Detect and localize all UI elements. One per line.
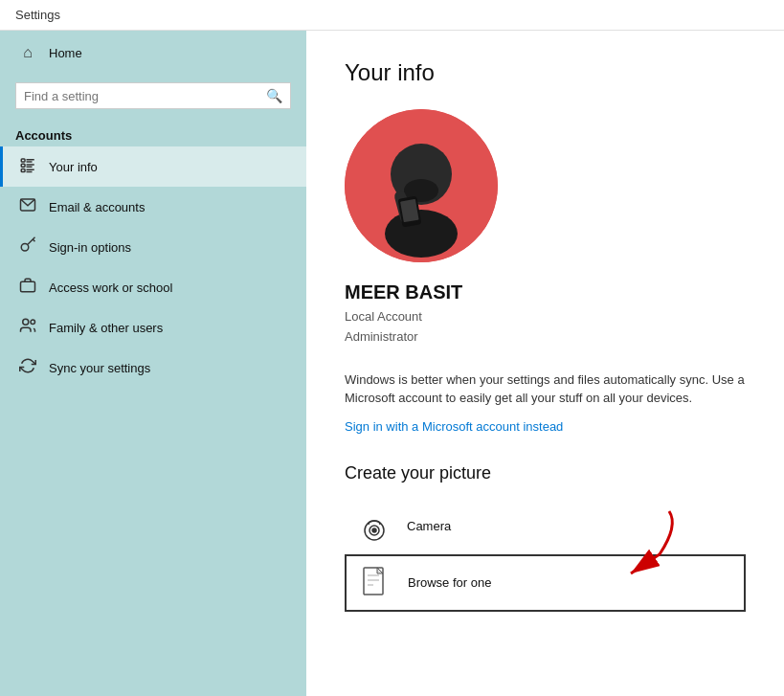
svg-point-24 (372, 528, 376, 532)
person-icon (18, 156, 37, 177)
sidebar-work-label: Access work or school (49, 281, 172, 295)
sidebar-your-info-label: Your info (49, 160, 98, 174)
browse-label: Browse for one (408, 575, 491, 590)
sidebar-email-label: Email & accounts (49, 200, 145, 214)
sidebar-sync-label: Sync your settings (49, 361, 150, 375)
create-picture-title: Create your picture (345, 463, 746, 483)
svg-rect-13 (21, 281, 35, 292)
sidebar-home-label: Home (49, 46, 82, 60)
title-bar: Settings (0, 0, 784, 31)
search-input[interactable] (24, 89, 266, 103)
svg-point-15 (31, 320, 35, 325)
sidebar-item-home[interactable]: ⌂ Home (0, 34, 306, 71)
email-icon (18, 196, 37, 217)
app-container: ⌂ Home 🔍 Accounts Your info (0, 31, 784, 696)
main-content: Your info (306, 31, 784, 696)
ms-account-link[interactable]: Sign in with a Microsoft account instead (345, 419, 563, 434)
svg-point-17 (385, 210, 458, 258)
sidebar-item-work-school[interactable]: Access work or school (0, 267, 306, 307)
sidebar-search-container: 🔍 (15, 82, 291, 109)
camera-icon (357, 509, 392, 544)
sidebar-signin-label: Sign-in options (49, 240, 131, 255)
account-type: Local Account (345, 307, 746, 327)
sidebar-section-title: Accounts (0, 121, 306, 146)
app-title: Settings (15, 8, 60, 22)
sidebar-item-sign-in[interactable]: Sign-in options (0, 227, 306, 267)
sidebar-item-sync-settings[interactable]: Sync your settings (0, 348, 306, 388)
account-role: Administrator (345, 327, 746, 348)
svg-rect-6 (21, 169, 25, 172)
arrow-indicator (573, 506, 688, 583)
svg-point-10 (21, 244, 29, 252)
sync-description: Windows is better when your settings and… (345, 370, 746, 408)
briefcase-icon (18, 277, 37, 298)
svg-point-14 (23, 319, 29, 325)
page-title: Your info (345, 59, 746, 86)
key-icon (18, 236, 37, 258)
sidebar-item-family-users[interactable]: Family & other users (0, 307, 306, 348)
home-icon: ⌂ (18, 44, 37, 61)
sidebar-family-label: Family & other users (49, 321, 163, 335)
sidebar-item-your-info[interactable]: Your info (0, 146, 306, 187)
sidebar: ⌂ Home 🔍 Accounts Your info (0, 31, 306, 696)
search-icon: 🔍 (266, 88, 282, 103)
camera-label: Camera (407, 519, 451, 533)
svg-rect-0 (21, 159, 25, 162)
svg-rect-3 (21, 164, 25, 167)
sidebar-item-email-accounts[interactable]: Email & accounts (0, 187, 306, 227)
user-name: MEER BASIT (345, 281, 746, 303)
profile-picture[interactable] (345, 109, 498, 262)
browse-icon (358, 566, 392, 600)
sync-icon (18, 357, 37, 378)
svg-line-12 (33, 239, 34, 241)
people-icon (18, 317, 37, 338)
